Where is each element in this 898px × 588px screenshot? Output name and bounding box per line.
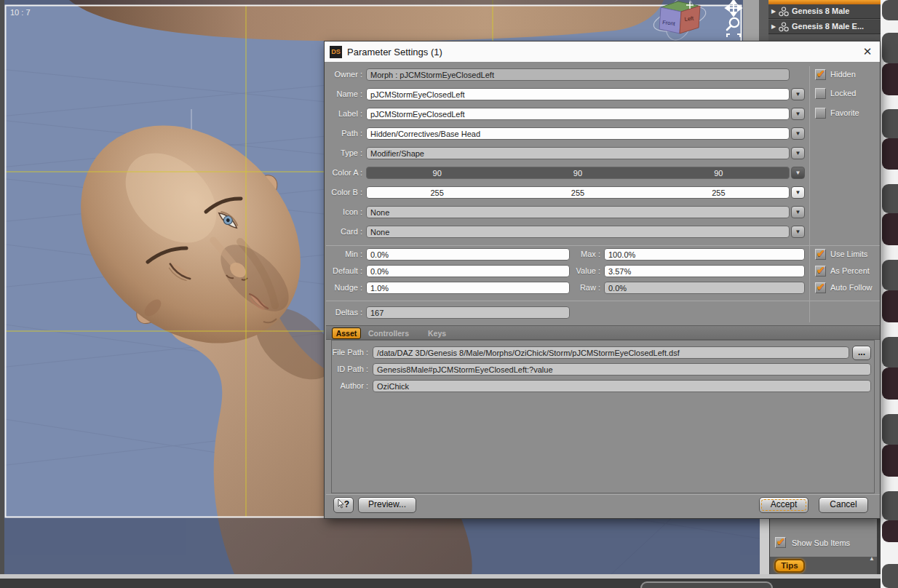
focus-ring	[761, 499, 806, 511]
auto-follow-checkbox[interactable]: ✔	[815, 282, 826, 293]
viewport-right-gutter	[743, 0, 768, 41]
browse-button[interactable]: ...	[852, 346, 871, 360]
label-dropdown-button[interactable]: ▼	[791, 108, 805, 120]
nudge-field[interactable]: 1.0%	[366, 282, 570, 294]
name-dropdown-button[interactable]: ▼	[791, 88, 805, 100]
parameter-slider-thumb[interactable]	[882, 184, 898, 213]
parameter-slider-thumb[interactable]	[882, 520, 898, 542]
owner-field: Morph : pJCMStormEyeClosedLeft	[366, 68, 790, 81]
preview-button[interactable]: Preview...	[358, 497, 416, 513]
use-limits-label: Use Limits	[830, 250, 867, 258]
parameter-slider-thumb[interactable]	[882, 491, 898, 520]
tab-keys[interactable]: Keys	[428, 329, 446, 338]
dialog-titlebar[interactable]: DS Parameter Settings (1) ✕	[325, 41, 880, 63]
label-label: Label :	[325, 109, 362, 118]
color-a-dropdown-button[interactable]: ▼	[791, 167, 805, 179]
cancel-button[interactable]: Cancel	[819, 497, 868, 513]
scroll-up-icon[interactable]: ▲	[869, 555, 875, 562]
default-field[interactable]: 0.0%	[366, 265, 570, 277]
color-a-g: 90	[573, 168, 582, 178]
hidden-checkbox[interactable]: ✔	[815, 69, 826, 80]
path-dropdown-button[interactable]: ▼	[791, 127, 805, 140]
parameter-slider-thumb[interactable]	[882, 414, 898, 445]
parameter-slider-thumb[interactable]	[882, 0, 898, 20]
id-path-field[interactable]: Genesis8Male#pJCMStormEyeClosedLeft:?val…	[373, 363, 871, 376]
value-field[interactable]: 3.57%	[604, 265, 805, 277]
daz-studio-window: 10 : 7 Front Left	[0, 0, 898, 588]
id-path-label: ID Path :	[327, 365, 368, 373]
auto-follow-label: Auto Follow	[830, 283, 872, 292]
favorite-checkbox[interactable]	[815, 108, 826, 119]
icon-field[interactable]: None	[366, 206, 790, 218]
name-field[interactable]: pJCMStormEyeClosedLeft	[366, 88, 790, 100]
type-label: Type :	[325, 148, 362, 157]
separator	[326, 301, 880, 301]
label-field[interactable]: pJCMStormEyeClosedLeft	[366, 108, 790, 120]
parameter-settings-dialog: DS Parameter Settings (1) ✕ Owner : Morp…	[324, 41, 881, 519]
name-label: Name :	[325, 90, 362, 98]
hidden-label: Hidden	[830, 70, 856, 79]
as-percent-checkbox[interactable]: ✔	[815, 266, 826, 277]
color-b-field[interactable]: 255 255 255	[366, 186, 790, 199]
color-a-label: Color A :	[325, 168, 362, 177]
path-field[interactable]: Hidden/Correctives/Base Head	[366, 127, 790, 140]
file-path-label: File Path :	[327, 348, 368, 357]
scene-tree-item-label: Genesis 8 Male	[792, 7, 850, 15]
show-sub-items-checkbox[interactable]: ✔	[775, 537, 786, 548]
owner-label: Owner :	[325, 70, 362, 79]
checkmark-icon: ✔	[776, 536, 785, 547]
parameter-slider-thumb[interactable]	[882, 445, 898, 477]
expand-arrow-icon[interactable]: ▶	[771, 8, 776, 15]
color-b-label: Color B :	[325, 188, 362, 196]
parameter-slider-thumb[interactable]	[882, 564, 898, 588]
author-field[interactable]: OziChick	[373, 380, 871, 392]
parameter-slider-thumb[interactable]	[882, 368, 898, 400]
use-limits-checkbox[interactable]: ✔	[815, 249, 826, 260]
type-dropdown-button[interactable]: ▼	[791, 147, 805, 159]
parameter-slider-thumb[interactable]	[882, 109, 898, 138]
accept-button[interactable]: Accept	[759, 497, 808, 513]
deltas-field: 167	[366, 306, 570, 319]
figure-node-icon	[779, 7, 789, 17]
scene-tree-item-genesis8male[interactable]: ▶ Genesis 8 Male	[768, 4, 881, 19]
color-a-field[interactable]: 90 90 90	[366, 167, 790, 179]
as-percent-label: As Percent	[830, 266, 870, 275]
card-field[interactable]: None	[366, 226, 790, 238]
tips-button[interactable]: Tips	[774, 559, 805, 573]
help-question-mark: ?	[344, 499, 349, 509]
color-a-b: 90	[714, 168, 723, 178]
show-sub-items-label: Show Sub Items	[792, 539, 850, 547]
whats-this-help-button[interactable]: ?	[333, 497, 354, 513]
locked-checkbox[interactable]	[815, 88, 826, 99]
parameter-slider-thumb[interactable]	[882, 33, 898, 63]
icon-dropdown-button[interactable]: ▼	[791, 206, 805, 218]
value-label: Value :	[563, 266, 600, 275]
author-label: Author :	[327, 381, 368, 390]
parameter-slider-thumb[interactable]	[882, 213, 898, 245]
file-path-field[interactable]: /data/DAZ 3D/Genesis 8/Male/Morphs/OziCh…	[373, 346, 849, 359]
min-field[interactable]: 0.0%	[366, 248, 570, 261]
color-b-dropdown-button[interactable]: ▼	[791, 186, 805, 199]
checkmark-icon: ✔	[816, 264, 825, 276]
parameter-slider-thumb[interactable]	[882, 337, 898, 368]
tab-controllers[interactable]: Controllers	[368, 329, 409, 338]
path-label: Path :	[325, 129, 362, 138]
close-icon[interactable]: ✕	[861, 45, 874, 58]
max-field[interactable]: 100.0%	[604, 248, 805, 261]
parameter-slider-thumb[interactable]	[882, 260, 898, 290]
card-dropdown-button[interactable]: ▼	[791, 226, 805, 238]
expand-arrow-icon[interactable]: ▶	[771, 23, 776, 30]
tab-asset[interactable]: Asset	[332, 327, 361, 339]
parameter-slider-thumb[interactable]	[882, 63, 898, 95]
parameter-slider-thumb[interactable]	[882, 290, 898, 322]
lower-gutter	[760, 519, 769, 575]
type-field[interactable]: Modifier/Shape	[366, 147, 790, 159]
scene-tree-item-genesis8male-e[interactable]: ▶ Genesis 8 Male E...	[768, 20, 881, 34]
separator	[809, 66, 810, 322]
parameter-slider-stack	[881, 0, 898, 588]
checkmark-icon: ✔	[816, 247, 825, 259]
parameter-slider-thumb[interactable]	[882, 138, 898, 170]
collapsed-widget-edge	[640, 581, 773, 588]
max-label: Max :	[563, 250, 600, 258]
favorite-label: Favorite	[830, 108, 859, 117]
